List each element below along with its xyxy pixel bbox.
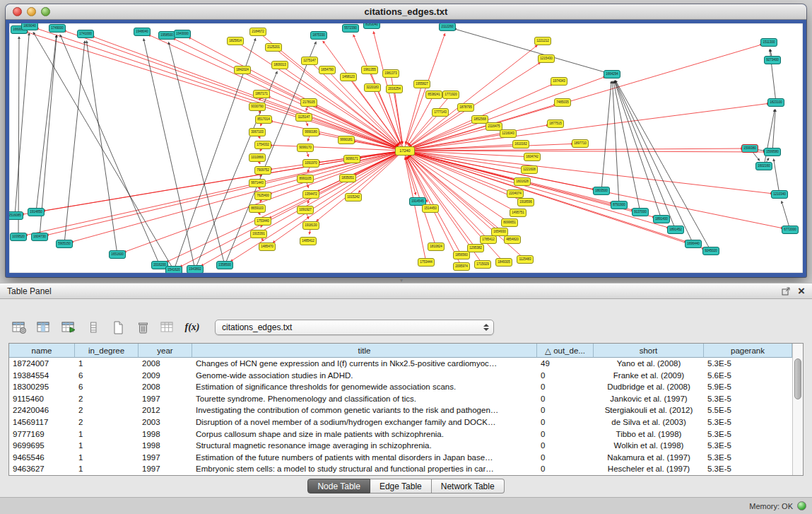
graph-node[interactable]: 1842024 xyxy=(234,66,251,74)
graph-node[interactable]: 1602160 xyxy=(755,162,772,170)
tab-network-table[interactable]: Network Table xyxy=(432,479,505,493)
graph-node[interactable]: 2016254 xyxy=(386,85,403,93)
graph-node[interactable]: 1958500 xyxy=(158,31,175,40)
graph-node[interactable]: 1295382 xyxy=(467,244,484,252)
table-row[interactable]: 2242004622012Investigating the contribut… xyxy=(9,404,792,416)
graph-edge[interactable] xyxy=(168,42,225,265)
graph-edge[interactable] xyxy=(273,47,398,146)
graph-node[interactable]: 1948040 xyxy=(134,28,151,36)
graph-node[interactable]: 1091970 xyxy=(302,159,319,168)
graph-edge[interactable] xyxy=(764,110,775,166)
graph-node[interactable]: 2204074 xyxy=(507,189,524,198)
create-column-button[interactable] xyxy=(59,319,78,336)
table-settings-button[interactable] xyxy=(10,319,28,336)
graph-node[interactable]: 1961355 xyxy=(361,66,378,74)
graph-node[interactable]: 1696440 xyxy=(685,240,702,248)
graph-node[interactable]: 9273400 xyxy=(764,56,781,64)
graph-node[interactable]: 1749000 xyxy=(49,24,66,33)
graph-node[interactable]: 1877515 xyxy=(547,119,564,128)
graph-node[interactable]: 9990180 xyxy=(302,128,319,136)
graph-node[interactable]: 1485470 xyxy=(259,243,276,251)
graph-node[interactable]: 1897710 xyxy=(572,139,589,148)
table-row[interactable]: 1938455462009Genome-wide association stu… xyxy=(9,370,792,382)
column-header-name[interactable]: name xyxy=(9,344,75,358)
graph-node[interactable]: 1354472 xyxy=(302,190,319,199)
graph-edge[interactable] xyxy=(616,81,711,251)
graph-node[interactable]: 1091927 xyxy=(297,206,314,214)
graph-node[interactable]: 7909752 xyxy=(254,166,271,175)
scrollbar-thumb[interactable] xyxy=(794,358,801,399)
graph-node[interactable]: 1125483 xyxy=(517,255,534,264)
graph-node[interactable]: 3067103 xyxy=(249,128,266,136)
graph-node[interactable]: 1664294 xyxy=(604,70,620,78)
graph-node[interactable]: 3220183 xyxy=(364,83,381,92)
graph-node[interactable]: 1468123 xyxy=(340,73,357,81)
graph-node[interactable]: 1221608 xyxy=(521,165,538,174)
graph-node[interactable]: 1015242 xyxy=(345,193,362,201)
close-panel-button[interactable]: × xyxy=(798,287,805,296)
graph-edge[interactable] xyxy=(64,30,404,151)
graph-node[interactable]: 1604730 xyxy=(31,233,48,241)
show-columns-button[interactable] xyxy=(35,319,53,336)
graph-node[interactable]: 8991105 xyxy=(297,175,314,183)
graph-node[interactable]: 1221212 xyxy=(534,37,551,45)
graph-edge[interactable] xyxy=(774,159,779,194)
graph-edge[interactable] xyxy=(173,38,404,151)
table-row[interactable]: 946362711997Embryonic stem cells: a mode… xyxy=(9,463,792,475)
table-row[interactable]: 977716911998Corpus callosum shape and si… xyxy=(9,428,792,440)
graph-node[interactable]: 1610162 xyxy=(512,140,529,148)
graph-node[interactable]: 8517014 xyxy=(255,115,272,124)
graph-node[interactable]: 1856560 xyxy=(453,251,470,259)
graph-edge[interactable] xyxy=(40,35,57,237)
float-panel-button[interactable] xyxy=(782,286,791,296)
graph-edge[interactable] xyxy=(411,144,521,150)
graph-node[interactable]: 1599580 xyxy=(764,148,781,156)
graph-node[interactable]: 1849305 xyxy=(495,258,512,267)
graph-node[interactable]: 6772000 xyxy=(782,226,799,234)
graph-node[interactable]: 1823100 xyxy=(767,98,784,107)
graph-edge[interactable] xyxy=(404,151,669,228)
graph-edge[interactable] xyxy=(180,151,404,267)
graph-edge[interactable] xyxy=(772,110,775,152)
delete-table-button[interactable] xyxy=(134,319,152,336)
graph-node[interactable]: 1753440 xyxy=(254,217,271,226)
graph-edge[interactable] xyxy=(404,151,704,249)
table-row[interactable]: 1830029562008Estimation of significance … xyxy=(9,381,792,393)
graph-node[interactable]: 1495751 xyxy=(510,209,526,217)
graph-node[interactable]: 1981373 xyxy=(382,69,399,78)
graph-edge[interactable] xyxy=(410,153,515,194)
graph-node[interactable]: 1918596 xyxy=(517,198,534,206)
graph-node[interactable]: 1809040 xyxy=(21,23,38,30)
graph-edge[interactable] xyxy=(404,45,537,151)
graph-node-hub[interactable]: 17240 xyxy=(395,146,415,156)
tab-node-table[interactable]: Node Table xyxy=(307,479,370,493)
table-row[interactable]: 969969511998Structural magnetic resonanc… xyxy=(9,440,792,452)
graph-node[interactable]: 9990181 xyxy=(338,136,355,144)
graph-node[interactable]: 9099170 xyxy=(297,144,314,152)
graph-node[interactable]: 2184672 xyxy=(249,28,266,36)
graph-edge[interactable] xyxy=(92,36,404,151)
graph-node[interactable]: 1835051 xyxy=(339,174,356,182)
graph-node[interactable]: 1358500 xyxy=(216,261,233,269)
network-canvas[interactable]: 1724018258142184672212520118420241809313… xyxy=(9,23,803,273)
graph-node[interactable]: 1514450 xyxy=(422,204,439,213)
close-button[interactable] xyxy=(13,7,22,16)
graph-node[interactable]: 1915391 xyxy=(250,230,267,238)
graph-node[interactable]: 1974343 xyxy=(551,77,567,86)
graph-node[interactable]: 2125201 xyxy=(265,43,282,52)
column-header-short[interactable]: short xyxy=(594,344,704,358)
graph-edge[interactable] xyxy=(372,88,401,144)
row-view-button[interactable] xyxy=(84,319,102,336)
graph-edge[interactable] xyxy=(273,151,404,243)
new-table-button[interactable] xyxy=(109,319,127,336)
window-titlebar[interactable]: citations_edges.txt xyxy=(6,4,806,20)
graph-node[interactable]: 1604742 xyxy=(524,153,541,161)
graph-edge[interactable] xyxy=(36,28,404,151)
column-header-year[interactable]: year xyxy=(139,344,192,358)
graph-node[interactable]: 1485412 xyxy=(300,237,317,245)
graph-node[interactable]: 1914850 xyxy=(28,208,45,216)
graph-edge[interactable] xyxy=(189,37,404,151)
graph-node[interactable]: 2095974 xyxy=(453,262,470,271)
graph-node[interactable]: 1785412 xyxy=(480,235,497,244)
graph-node[interactable]: 8791900 xyxy=(611,201,628,209)
